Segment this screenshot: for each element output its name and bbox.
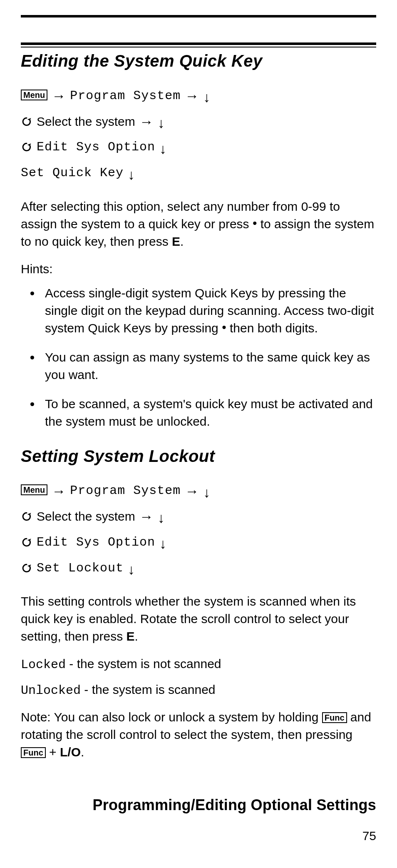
- menu-step-label: Program System: [70, 85, 181, 107]
- section-rule-heavy: [21, 42, 376, 45]
- list-item: To be scanned, a system's quick key must…: [41, 395, 376, 430]
- option-key: Unlocked: [21, 683, 81, 698]
- text: then both digits.: [226, 321, 318, 335]
- func-key-icon: Func: [21, 747, 46, 758]
- option-key: Locked: [21, 658, 66, 672]
- option-line: Locked - the system is not scanned: [21, 657, 376, 672]
- section-heading: Setting System Lockout: [21, 447, 376, 466]
- menu-path: Menu → Program System → ↓ Select the sys…: [21, 478, 376, 581]
- hints-label: Hints:: [21, 262, 376, 276]
- arrow-down-icon: ↓: [128, 162, 135, 188]
- section-heading: Editing the System Quick Key: [21, 52, 376, 70]
- text: This setting controls whether the system…: [21, 594, 356, 643]
- dot-key-icon: •: [222, 320, 226, 334]
- menu-step-label: Edit Sys Option: [37, 531, 155, 554]
- arrow-down-icon: ↓: [203, 480, 210, 506]
- rotate-icon: [21, 557, 32, 580]
- paragraph: After selecting this option, select any …: [21, 198, 376, 250]
- menu-step-label: Set Lockout: [37, 557, 124, 580]
- arrow-right-icon: →: [185, 83, 199, 109]
- dot-key-icon: •: [253, 216, 257, 230]
- text: To be scanned, a system's quick key must…: [45, 397, 373, 428]
- hints-list: Access single-digit system Quick Keys by…: [21, 284, 376, 430]
- menu-key-icon: Menu: [21, 484, 47, 495]
- arrow-right-icon: →: [52, 479, 66, 504]
- text: Note: You can also lock or unlock a syst…: [21, 710, 322, 724]
- menu-path: Menu → Program System → ↓ Select the sys…: [21, 83, 376, 186]
- text: You can assign as many systems to the sa…: [45, 350, 370, 382]
- note-paragraph: Note: You can also lock or unlock a syst…: [21, 708, 376, 761]
- arrow-down-icon: ↓: [158, 505, 165, 531]
- text: +: [46, 745, 60, 759]
- rotate-icon: [21, 110, 32, 133]
- key-lo: L/O: [60, 745, 81, 759]
- arrow-down-icon: ↓: [158, 110, 165, 136]
- arrow-right-icon: →: [139, 109, 154, 135]
- arrow-down-icon: ↓: [159, 136, 166, 162]
- text: .: [135, 629, 138, 643]
- arrow-right-icon: →: [52, 83, 66, 109]
- page-top-rule: [21, 15, 376, 17]
- list-item: Access single-digit system Quick Keys by…: [41, 284, 376, 337]
- section-rule-thin: [21, 47, 376, 47]
- arrow-down-icon: ↓: [128, 557, 135, 583]
- key-e: E: [126, 629, 134, 643]
- arrow-down-icon: ↓: [159, 531, 166, 557]
- menu-step-label: Set Quick Key: [21, 162, 124, 185]
- arrow-right-icon: →: [185, 479, 199, 504]
- rotate-icon: [21, 505, 32, 528]
- option-line: Unlocked - the system is scanned: [21, 683, 376, 698]
- manual-page: Editing the System Quick Key Menu → Prog…: [0, 0, 397, 868]
- arrow-right-icon: →: [139, 504, 154, 530]
- menu-step-label: Program System: [70, 479, 181, 502]
- rotate-icon: [21, 531, 32, 554]
- arrow-down-icon: ↓: [203, 85, 210, 110]
- paragraph: This setting controls whether the system…: [21, 593, 376, 645]
- option-desc: - the system is scanned: [81, 683, 215, 696]
- key-e: E: [172, 234, 180, 248]
- page-number: 75: [362, 829, 376, 843]
- rotate-icon: [21, 136, 32, 159]
- chapter-footer-title: Programming/Editing Optional Settings: [93, 796, 376, 814]
- func-key-icon: Func: [322, 712, 347, 723]
- option-desc: - the system is not scanned: [66, 657, 221, 671]
- menu-step-label: Select the system: [37, 505, 135, 528]
- menu-key-icon: Menu: [21, 90, 47, 100]
- text: .: [81, 745, 84, 759]
- list-item: You can assign as many systems to the sa…: [41, 349, 376, 384]
- text: .: [180, 234, 184, 248]
- menu-step-label: Edit Sys Option: [37, 136, 155, 159]
- text: Access single-digit system Quick Keys by…: [45, 286, 374, 335]
- menu-step-label: Select the system: [37, 110, 135, 133]
